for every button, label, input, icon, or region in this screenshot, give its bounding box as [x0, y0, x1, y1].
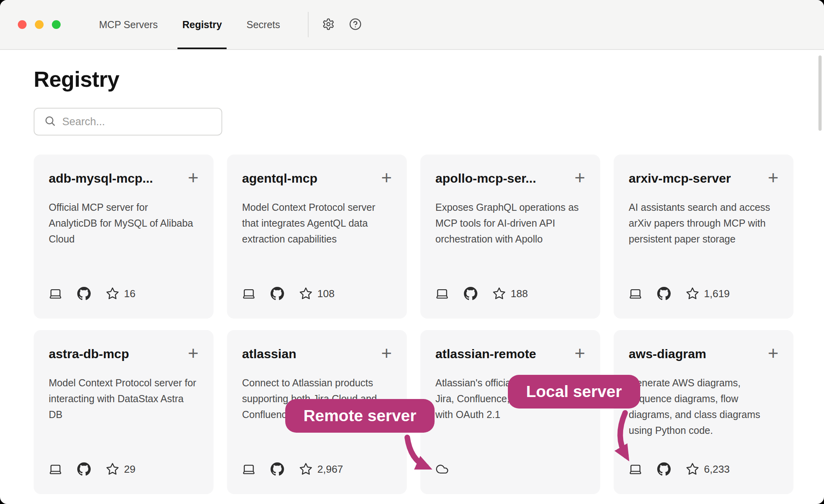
- star-count-group: 1,619: [686, 287, 730, 300]
- laptop-icon: [629, 287, 642, 300]
- main-tabs: MCP Servers Registry Secrets: [94, 0, 300, 49]
- server-description: Official MCP server for AnalyticDB for M…: [49, 199, 198, 247]
- server-card[interactable]: aws-diagram + Generate AWS diagrams, seq…: [614, 330, 793, 494]
- add-server-button[interactable]: +: [381, 347, 392, 359]
- star-count: 1,619: [704, 288, 730, 300]
- add-server-button[interactable]: +: [188, 347, 198, 359]
- cloud-icon: [435, 462, 449, 476]
- star-icon: [106, 462, 119, 476]
- tab-mcp-servers[interactable]: MCP Servers: [94, 0, 162, 49]
- star-count-group: 16: [106, 287, 135, 300]
- star-icon: [299, 287, 313, 300]
- server-name: astra-db-mcp: [49, 347, 129, 361]
- settings-button[interactable]: [322, 18, 335, 32]
- titlebar-divider: [308, 12, 309, 37]
- server-description: Exposes GraphQL operations as MCP tools …: [435, 199, 585, 247]
- server-name: atlassian: [242, 347, 296, 361]
- star-count: 29: [124, 463, 135, 475]
- star-count-group: 29: [106, 462, 135, 476]
- github-icon[interactable]: [271, 287, 284, 300]
- github-icon[interactable]: [464, 287, 477, 300]
- github-icon[interactable]: [77, 462, 91, 476]
- minimize-button[interactable]: [35, 20, 44, 29]
- star-count-group: 2,967: [299, 462, 343, 476]
- server-name: aws-diagram: [629, 347, 706, 361]
- add-server-button[interactable]: +: [574, 171, 585, 184]
- search-input[interactable]: [62, 116, 205, 128]
- laptop-icon: [49, 287, 62, 300]
- add-server-button[interactable]: +: [574, 347, 585, 359]
- server-description: Generate AWS diagrams, sequence diagrams…: [629, 375, 778, 438]
- add-server-button[interactable]: +: [768, 347, 778, 359]
- scrollbar-thumb[interactable]: [818, 55, 822, 131]
- server-description: Model Context Protocol server for intera…: [49, 375, 198, 422]
- star-count-group: 6,233: [686, 462, 730, 476]
- server-description: Model Context Protocol server that integ…: [242, 199, 392, 247]
- server-name: arxiv-mcp-server: [629, 171, 731, 186]
- page-title: Registry: [34, 67, 824, 92]
- server-card[interactable]: astra-db-mcp + Model Context Protocol se…: [34, 330, 214, 494]
- local-server-callout: Local server: [508, 375, 640, 409]
- star-count-group: 188: [492, 287, 528, 300]
- local-server-label: Local server: [526, 382, 622, 401]
- add-server-button[interactable]: +: [768, 171, 778, 184]
- remote-server-callout: Remote server: [285, 399, 435, 433]
- laptop-icon: [242, 462, 256, 476]
- search-icon: [44, 115, 56, 128]
- star-count: 108: [317, 288, 334, 300]
- server-card[interactable]: agentql-mcp + Model Context Protocol ser…: [227, 155, 407, 319]
- laptop-icon: [49, 462, 62, 476]
- github-icon[interactable]: [657, 462, 671, 476]
- server-name: adb-mysql-mcp...: [49, 171, 153, 186]
- laptop-icon: [435, 287, 449, 300]
- star-icon: [299, 462, 313, 476]
- github-icon[interactable]: [271, 462, 284, 476]
- help-button[interactable]: [349, 18, 362, 32]
- star-count: 6,233: [704, 463, 730, 475]
- help-circle-icon: [349, 18, 362, 32]
- star-icon: [492, 287, 506, 300]
- tab-registry[interactable]: Registry: [177, 0, 227, 49]
- server-card-grid: adb-mysql-mcp... + Official MCP server f…: [34, 155, 824, 494]
- gear-icon: [322, 18, 335, 32]
- app-window: MCP Servers Registry Secrets: [0, 0, 824, 504]
- laptop-icon: [629, 462, 642, 476]
- remote-server-label: Remote server: [303, 407, 416, 425]
- star-icon: [686, 287, 699, 300]
- server-name: apollo-mcp-ser...: [435, 171, 536, 186]
- server-name: atlassian-remote: [435, 347, 536, 361]
- star-count: 16: [124, 288, 135, 300]
- server-card[interactable]: arxiv-mcp-server + AI assistants search …: [614, 155, 793, 319]
- server-card[interactable]: adb-mysql-mcp... + Official MCP server f…: [34, 155, 214, 319]
- star-count: 188: [511, 288, 528, 300]
- window-controls: [0, 0, 61, 49]
- search-box[interactable]: [34, 108, 222, 136]
- github-icon[interactable]: [657, 287, 671, 300]
- star-icon: [106, 287, 119, 300]
- star-icon: [686, 462, 699, 476]
- star-count: 2,967: [317, 463, 343, 475]
- server-name: agentql-mcp: [242, 171, 317, 186]
- add-server-button[interactable]: +: [381, 171, 392, 184]
- zoom-button[interactable]: [52, 20, 61, 29]
- server-card[interactable]: atlassian-remote + Atlassian's official …: [420, 330, 600, 494]
- laptop-icon: [242, 287, 256, 300]
- github-icon[interactable]: [77, 287, 91, 300]
- tab-secrets[interactable]: Secrets: [242, 0, 285, 49]
- add-server-button[interactable]: +: [188, 171, 198, 184]
- server-description: AI assistants search and access arXiv pa…: [629, 199, 778, 247]
- close-button[interactable]: [18, 20, 27, 29]
- star-count-group: 108: [299, 287, 334, 300]
- server-card[interactable]: apollo-mcp-ser... + Exposes GraphQL oper…: [420, 155, 600, 319]
- titlebar: MCP Servers Registry Secrets: [0, 0, 824, 50]
